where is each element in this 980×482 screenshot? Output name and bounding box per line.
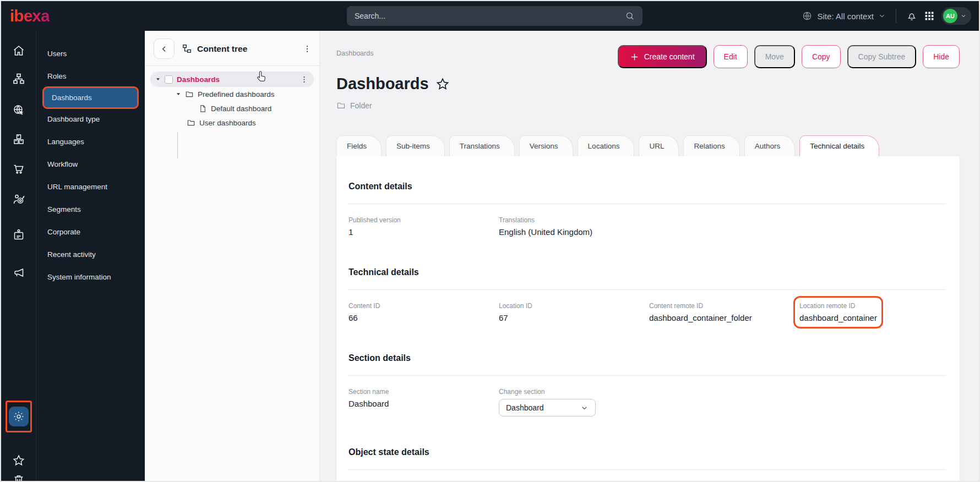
move-button[interactable]: Move	[754, 45, 795, 68]
tree-menu-kebab-icon[interactable]	[303, 45, 312, 53]
sidebar-item-dashboard-type[interactable]: Dashboard type	[36, 108, 145, 130]
content-id-value: 66	[349, 313, 499, 322]
tree-node-checkbox[interactable]	[165, 75, 173, 84]
create-content-button[interactable]: Create content	[618, 45, 707, 68]
published-version-value: 1	[349, 227, 499, 237]
plus-icon	[630, 52, 639, 62]
settings-gear-icon[interactable]	[9, 407, 29, 426]
sidebar-item-corporate[interactable]: Corporate	[36, 221, 145, 243]
content-details-section: Content details Published version 1 Tran…	[349, 182, 946, 237]
content-remote-id-value: dashboard_container_folder	[649, 313, 799, 322]
tab-relations[interactable]: Relations	[683, 135, 739, 156]
section-details-section: Section details Section name Dashboard C…	[349, 353, 946, 417]
content-structure-icon[interactable]	[12, 72, 25, 85]
ibexa-logo[interactable]: ibexa	[10, 7, 50, 25]
file-icon	[199, 105, 207, 113]
field-label: Location remote ID	[799, 302, 877, 310]
select-value: Dashboard	[506, 403, 544, 412]
tab-technical-details[interactable]: Technical details	[799, 135, 879, 156]
hide-button[interactable]: Hide	[923, 45, 960, 68]
caret-down-icon[interactable]	[176, 91, 181, 97]
sidebar-item-roles[interactable]: Roles	[36, 65, 145, 87]
page-title: Dashboards	[336, 75, 429, 93]
tree-node-label: Predefined dashboards	[198, 90, 275, 98]
tree-node-kebab-icon[interactable]	[300, 75, 308, 84]
section-heading: Content details	[349, 182, 946, 191]
tab-bar: Fields Sub-items Translations Versions L…	[336, 135, 960, 156]
folder-icon	[187, 118, 195, 127]
tab-authors[interactable]: Authors	[744, 135, 796, 156]
tree-node-label: User dashboards	[199, 119, 256, 127]
sidebar-item-users[interactable]: Users	[36, 43, 145, 64]
personalization-icon[interactable]	[12, 193, 25, 206]
user-menu[interactable]: AU	[941, 7, 971, 25]
collapse-tree-button[interactable]	[154, 39, 175, 59]
tab-locations[interactable]: Locations	[578, 135, 635, 156]
topbar-right: Site: All context AU	[802, 1, 971, 31]
section-heading: Technical details	[349, 267, 946, 277]
sidebar-item-workflow[interactable]: Workflow	[36, 154, 145, 175]
tree-node-predefined-dashboards[interactable]: Predefined dashboards	[150, 87, 314, 101]
sidebar-item-segments[interactable]: Segments	[36, 199, 145, 220]
customer-portal-icon[interactable]	[12, 228, 25, 242]
site-icon[interactable]	[12, 103, 25, 117]
marketing-megaphone-icon[interactable]	[12, 266, 25, 280]
tab-translations[interactable]: Translations	[449, 135, 515, 156]
tree-node-default-dashboard[interactable]: Default dashboard	[150, 101, 314, 116]
tree-node-dashboards[interactable]: Dashboards	[150, 72, 314, 87]
location-remote-id-value: dashboard_container	[799, 313, 877, 322]
tree-node-label: Dashboards	[177, 75, 220, 84]
breadcrumb[interactable]: Dashboards	[336, 45, 373, 57]
bookmark-star-icon[interactable]	[435, 77, 450, 91]
search-input[interactable]: Search...	[347, 6, 643, 26]
commerce-cart-icon[interactable]	[12, 162, 25, 176]
chevron-down-icon	[878, 12, 886, 20]
object-state-column-header: Current Object state	[486, 480, 669, 482]
sidebar-item-recent-activity[interactable]: Recent activity	[36, 244, 145, 265]
tab-url[interactable]: URL	[639, 135, 679, 156]
app-window: ibexa Search... Site: All context	[0, 0, 980, 482]
settings-sidebar: Users Roles Dashboards Dashboard type La…	[36, 31, 145, 481]
globe-icon	[802, 10, 813, 21]
object-state-column-header: Group name	[360, 480, 486, 482]
tab-fields[interactable]: Fields	[336, 135, 382, 156]
site-context-selector[interactable]: Site: All context	[802, 10, 886, 21]
content-tree-icon	[182, 43, 192, 54]
product-catalog-icon[interactable]	[12, 133, 25, 146]
copy-subtree-button[interactable]: Copy Subtree	[847, 45, 917, 68]
main-content: Dashboards Create content Edit Move Copy…	[320, 31, 979, 481]
avatar: AU	[943, 9, 957, 23]
edit-button[interactable]: Edit	[714, 45, 748, 68]
site-context-label: Site: All context	[817, 12, 874, 21]
sidebar-item-url-management[interactable]: URL management	[36, 176, 145, 198]
copy-button[interactable]: Copy	[802, 45, 841, 68]
content-tree-panel: Content tree Dashboards	[145, 31, 320, 481]
field-label: Translations	[499, 216, 649, 224]
field-label: Section name	[349, 388, 499, 396]
notifications-bell-icon[interactable]	[906, 10, 917, 21]
caret-down-icon[interactable]	[155, 76, 161, 82]
sidebar-item-dashboards[interactable]: Dashboards	[44, 88, 137, 107]
content-type-label: Folder	[350, 101, 372, 110]
tab-sub-items[interactable]: Sub-items	[386, 135, 445, 156]
sidebar-item-system-information[interactable]: System information	[36, 266, 145, 288]
favorites-star-icon[interactable]	[12, 454, 25, 467]
home-icon[interactable]	[12, 44, 25, 57]
folder-icon	[336, 101, 346, 110]
location-id-value: 67	[499, 313, 649, 322]
field-label: Content remote ID	[649, 302, 799, 310]
icon-rail	[1, 31, 36, 481]
tree-guide-line	[177, 132, 178, 158]
change-section-select[interactable]: Dashboard	[499, 399, 596, 417]
trash-icon[interactable]	[12, 473, 25, 482]
chevron-down-icon	[960, 13, 967, 19]
tree-node-label: Default dashboard	[211, 105, 271, 113]
technical-details-section: Technical details Content ID 66 Location…	[349, 267, 946, 322]
tab-versions[interactable]: Versions	[519, 135, 573, 156]
sidebar-item-languages[interactable]: Languages	[36, 131, 145, 152]
section-heading: Section details	[349, 353, 946, 363]
translations-value: English (United Kingdom)	[499, 227, 649, 237]
object-state-section: Object state details Group name Current …	[349, 447, 946, 482]
tree-node-user-dashboards[interactable]: User dashboards	[150, 116, 314, 130]
apps-grid-icon[interactable]	[924, 10, 935, 21]
